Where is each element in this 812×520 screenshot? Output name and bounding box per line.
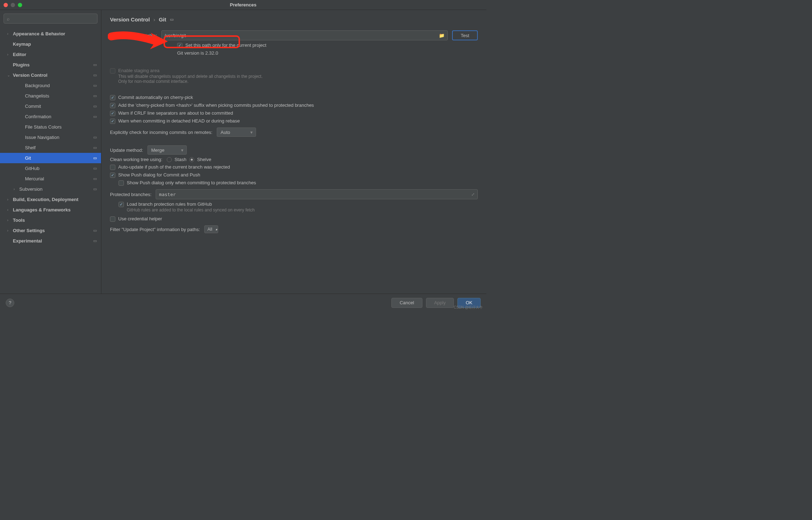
git-version-text: Git version is 2.32.0 [177,50,218,56]
chevron-icon: › [7,218,12,222]
sidebar-item-label: Subversion [19,186,93,192]
chevron-icon: › [7,52,12,56]
chevron-icon: › [7,198,12,201]
project-scope-icon: ▭ [93,166,97,171]
sidebar-item-other-settings[interactable]: ›Other Settings▭ [0,225,101,236]
sidebar-item-label: File Status Colors [25,124,97,130]
sidebar-item-appearance-behavior[interactable]: ›Appearance & Behavior [0,29,101,39]
close-window-icon[interactable] [4,3,8,7]
add-suffix-checkbox[interactable] [110,103,115,108]
watermark: CSDN @旺仔大牛 [454,305,483,310]
titlebar: Preferences [0,0,486,10]
breadcrumb-parent[interactable]: Version Control [110,16,150,22]
protected-branches-input[interactable]: master ⤢ [156,189,478,199]
sidebar-item-commit[interactable]: Commit▭ [0,101,101,111]
enable-staging-checkbox [110,68,115,74]
sidebar-item-file-status-colors[interactable]: File Status Colors [0,122,101,132]
sidebar-item-label: Editor [13,52,97,57]
set-path-project-checkbox[interactable] [177,43,182,48]
chevron-icon: › [7,208,12,212]
warn-detached-label: Warn when committing in detached HEAD or… [118,118,240,124]
project-scope-icon: ▭ [93,239,97,243]
sidebar-item-label: Changelists [25,93,93,99]
git-path-input[interactable]: /usr/bin/git 📁 [161,30,448,40]
sidebar-item-keymap[interactable]: Keymap [0,39,101,49]
sidebar-item-editor[interactable]: ›Editor [0,49,101,60]
enable-staging-label: Enable staging area [118,68,268,73]
cancel-button[interactable]: Cancel [391,298,422,308]
update-method-select[interactable]: Merge [147,145,187,155]
sidebar-item-label: Background [25,83,93,88]
show-push-protected-label: Show Push dialog only when committing to… [127,180,256,185]
filter-label: Filter "Update Project" information by p… [110,227,200,232]
sidebar-item-git[interactable]: Git▭ [0,153,101,163]
sidebar-item-github[interactable]: GitHub▭ [0,163,101,174]
help-button[interactable]: ? [6,299,14,307]
filter-value: All [207,227,212,232]
filter-select[interactable]: All [204,225,218,233]
sidebar-item-label: Experimental [13,238,93,244]
path-label: Path to Git executable: [110,33,157,38]
sidebar-item-label: GitHub [25,166,93,171]
sidebar-item-confirmation[interactable]: Confirmation▭ [0,111,101,122]
project-scope-icon: ▭ [93,145,97,150]
auto-update-checkbox[interactable] [110,165,115,170]
sidebar-item-background[interactable]: Background▭ [0,80,101,91]
project-scope-icon: ▭ [93,114,97,119]
sidebar-item-tools[interactable]: ›Tools [0,215,101,225]
sidebar-item-mercurial[interactable]: Mercurial▭ [0,174,101,184]
sidebar-item-shelf[interactable]: Shelf▭ [0,142,101,153]
auto-update-label: Auto-update if push of the current branc… [118,164,230,170]
load-branch-help: GitHub rules are added to the local rule… [127,208,255,212]
git-path-value: /usr/bin/git [165,33,186,38]
shelve-label: Shelve [197,157,211,162]
warn-crlf-checkbox[interactable] [110,111,115,116]
warn-detached-checkbox[interactable] [110,119,115,124]
commit-cherry-label: Commit automatically on cherry-pick [118,95,193,100]
sidebar-item-label: Tools [13,218,97,223]
explicit-check-select[interactable]: Auto [217,128,256,137]
apply-button[interactable]: Apply [426,298,454,308]
project-scope-icon: ▭ [170,17,174,22]
use-credential-checkbox[interactable] [110,216,115,222]
sidebar-item-build-execution-deployment[interactable]: ›Build, Execution, Deployment [0,194,101,205]
project-scope-icon: ▭ [93,228,97,233]
use-credential-label: Use credential helper [118,216,162,221]
maximize-window-icon[interactable] [18,3,22,7]
sidebar-item-subversion[interactable]: ›Subversion▭ [0,184,101,194]
sidebar-item-issue-navigation[interactable]: Issue Navigation▭ [0,132,101,142]
enable-staging-help: This will disable changelists support an… [118,74,268,84]
sidebar-item-label: Appearance & Behavior [13,31,97,36]
sidebar-item-label: Confirmation [25,114,93,119]
show-push-protected-checkbox[interactable] [119,180,124,186]
search-input[interactable]: ⌕ [4,14,97,24]
window-title: Preferences [230,2,256,8]
shelve-radio[interactable] [189,157,194,162]
sidebar-item-label: Plugins [13,62,93,68]
commit-cherry-checkbox[interactable] [110,95,115,100]
project-scope-icon: ▭ [93,104,97,109]
show-push-checkbox[interactable] [110,172,115,178]
project-scope-icon: ▭ [93,83,97,88]
browse-folder-icon[interactable]: 📁 [439,33,445,38]
test-button[interactable]: Test [452,30,478,40]
sidebar-item-experimental[interactable]: Experimental▭ [0,236,101,246]
sidebar-item-label: Keymap [13,41,97,47]
project-scope-icon: ▭ [93,62,97,67]
sidebar-item-plugins[interactable]: Plugins▭ [0,60,101,70]
clean-tree-label: Clean working tree using: [110,157,162,162]
sidebar-item-changelists[interactable]: Changelists▭ [0,91,101,101]
minimize-window-icon [11,3,15,7]
expand-icon[interactable]: ⤢ [471,192,475,197]
chevron-icon: › [7,32,12,36]
sidebar-item-languages-frameworks[interactable]: ›Languages & Frameworks [0,205,101,215]
search-icon: ⌕ [7,16,10,21]
sidebar-item-version-control[interactable]: ⌄Version Control▭ [0,70,101,80]
traffic-lights [4,3,22,7]
settings-tree: ›Appearance & BehaviorKeymap›EditorPlugi… [0,27,101,294]
stash-radio[interactable] [167,157,172,162]
chevron-icon: ⌄ [7,73,12,77]
sidebar-item-label: Git [25,155,93,161]
load-branch-checkbox[interactable] [119,202,124,207]
sidebar-item-label: Languages & Frameworks [13,207,97,212]
